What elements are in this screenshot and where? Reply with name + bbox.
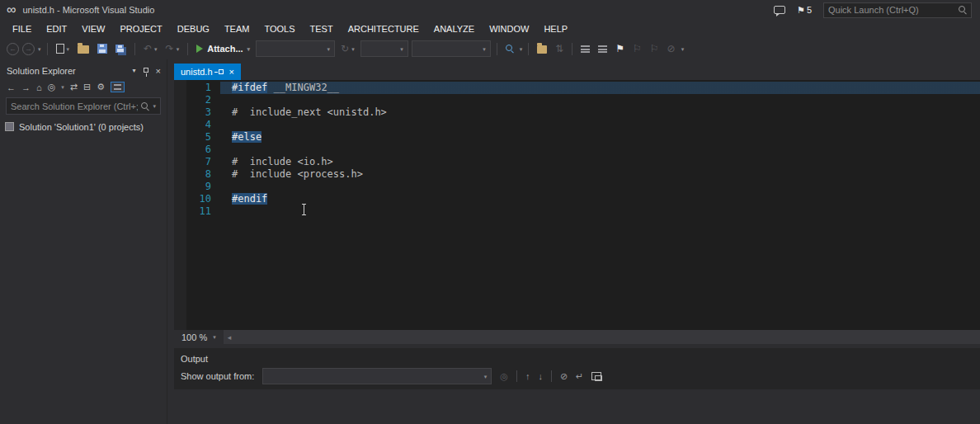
- zoom-control[interactable]: 100 % ▾: [174, 330, 224, 344]
- menu-test[interactable]: TEST: [303, 21, 341, 36]
- line-number: 4: [174, 119, 214, 131]
- collapse-all-icon[interactable]: ⊟: [83, 82, 91, 92]
- navigate-forward-button[interactable]: →: [22, 43, 35, 55]
- preview-selected-items-toggle[interactable]: [111, 82, 125, 92]
- properties-icon[interactable]: ⚙: [97, 82, 105, 92]
- toolbar-overflow-icon[interactable]: ▾: [681, 46, 685, 52]
- menu-file[interactable]: FILE: [5, 21, 39, 36]
- new-folder-button[interactable]: [535, 42, 549, 55]
- platform-combo[interactable]: ▾: [412, 40, 491, 57]
- menu-architecture[interactable]: ARCHITECTURE: [341, 21, 426, 36]
- search-icon: [141, 102, 149, 111]
- code-line-10[interactable]: 10#endif: [174, 193, 980, 205]
- new-file-button[interactable]: ▾: [54, 42, 73, 55]
- navigate-backward-button[interactable]: ←: [7, 43, 19, 55]
- panel-menu-icon[interactable]: ▾: [133, 68, 136, 74]
- quick-launch-box[interactable]: [823, 2, 972, 18]
- home-icon[interactable]: ⌂: [36, 82, 42, 92]
- find-message-button[interactable]: ◎: [500, 371, 508, 382]
- word-wrap-icon: ↵: [576, 371, 583, 382]
- menu-view[interactable]: VIEW: [74, 21, 112, 36]
- code-line-5[interactable]: 5#else: [174, 131, 980, 144]
- save-button[interactable]: [95, 42, 110, 55]
- pin-icon[interactable]: [144, 68, 148, 73]
- chevron-down-icon[interactable]: ▾: [153, 103, 156, 109]
- indent-increase-button[interactable]: [596, 44, 610, 54]
- save-all-button[interactable]: [113, 43, 129, 54]
- tab-unistd-h[interactable]: unistd.h ×: [174, 64, 241, 80]
- panel-splitter[interactable]: [167, 59, 174, 424]
- next-message-button[interactable]: ↓: [538, 371, 543, 381]
- toolbar-overflow-icon[interactable]: ▾: [520, 46, 523, 52]
- attach-button[interactable]: Attach... ▾: [194, 43, 252, 55]
- debug-target-combo[interactable]: ▾: [256, 40, 335, 57]
- explorer-back-icon[interactable]: ←: [7, 82, 16, 92]
- sync-with-active-document-icon[interactable]: ⇄: [70, 82, 78, 92]
- solution-explorer-toolbar: ← → ⌂ ◎ ▾ ⇄ ⊟ ⚙: [0, 76, 167, 96]
- code-line-2[interactable]: 2: [174, 94, 980, 106]
- clear-all-button[interactable]: ⊘: [560, 371, 568, 382]
- solution-node[interactable]: Solution 'Solution1' (0 projects): [0, 119, 167, 134]
- code-line-4[interactable]: 4: [174, 119, 980, 131]
- configuration-combo[interactable]: ▾: [360, 40, 408, 57]
- code-line-1[interactable]: 1#ifdef __MINGW32__: [174, 82, 980, 94]
- refresh-button[interactable]: ↻▾: [338, 42, 357, 55]
- close-icon[interactable]: ×: [156, 66, 161, 76]
- code-line-7[interactable]: 7# include <io.h>: [174, 156, 980, 168]
- previous-bookmark-button[interactable]: ⚐: [630, 42, 644, 55]
- find-in-files-button[interactable]: [503, 43, 516, 54]
- menu-tools[interactable]: TOOLS: [257, 21, 302, 36]
- code-editor[interactable]: 1#ifdef __MINGW32__23# include_next <uni…: [174, 80, 980, 330]
- sync-view-button[interactable]: ⇅: [553, 42, 566, 55]
- toolbar-separator: [516, 370, 517, 382]
- indent-decrease-icon: [581, 45, 590, 53]
- clear-bookmarks-button[interactable]: ⊘: [665, 42, 678, 55]
- find-in-files-icon: [506, 45, 514, 53]
- previous-message-button[interactable]: ↑: [525, 371, 530, 381]
- menu-edit[interactable]: EDIT: [39, 21, 74, 36]
- code-line-8[interactable]: 8# include <process.h>: [174, 168, 980, 181]
- selected-token: #else: [232, 131, 261, 143]
- open-file-button[interactable]: [75, 42, 92, 55]
- horizontal-scrollbar[interactable]: ◂: [224, 330, 980, 344]
- code-line-6[interactable]: 6: [174, 144, 980, 156]
- notifications-button[interactable]: ⚑ 5: [797, 5, 812, 16]
- redo-button[interactable]: ↷▾: [163, 42, 182, 55]
- code-line-11[interactable]: 11: [174, 205, 980, 218]
- output-source-combo[interactable]: ▾: [262, 368, 492, 384]
- menu-window[interactable]: WINDOW: [482, 21, 536, 36]
- menu-help[interactable]: HELP: [536, 21, 575, 36]
- close-tab-icon[interactable]: ×: [229, 68, 234, 77]
- scope-icon[interactable]: ◎: [48, 82, 56, 92]
- editor-column: unistd.h × 1#ifdef __MINGW32__23# includ…: [174, 59, 980, 424]
- next-bookmark-button[interactable]: ⚐: [648, 42, 662, 55]
- code-line-9[interactable]: 9: [174, 181, 980, 193]
- menu-team[interactable]: TEAM: [217, 21, 257, 36]
- solution-explorer-search-input[interactable]: [11, 101, 138, 111]
- bottom-empty-area: [174, 389, 980, 424]
- line-number: 7: [174, 156, 214, 168]
- chevron-down-icon[interactable]: ▾: [61, 84, 64, 90]
- code-line-3[interactable]: 3# include_next <unistd.h>: [174, 106, 980, 119]
- menu-project[interactable]: PROJECT: [112, 21, 169, 36]
- toggle-dock-icon[interactable]: [591, 372, 601, 380]
- toolbar-separator: [47, 43, 48, 55]
- solution-node-label: Solution 'Solution1' (0 projects): [19, 122, 144, 132]
- scroll-left-icon[interactable]: ◂: [228, 333, 232, 342]
- solution-explorer-search-box[interactable]: ▾: [6, 97, 161, 115]
- chevron-down-icon: ▾: [483, 46, 486, 52]
- indent-decrease-button[interactable]: [578, 44, 592, 54]
- line-number: 6: [174, 144, 214, 156]
- toggle-bookmark-button[interactable]: ⚑: [613, 42, 627, 55]
- word-wrap-button[interactable]: ↵: [576, 371, 583, 382]
- explorer-forward-icon[interactable]: →: [21, 82, 31, 92]
- find-message-icon: ◎: [500, 371, 508, 382]
- code-area: 1#ifdef __MINGW32__23# include_next <uni…: [174, 82, 980, 218]
- navigation-dropdown-icon[interactable]: ▾: [38, 46, 41, 52]
- undo-button[interactable]: ↶▾: [141, 42, 160, 55]
- menu-debug[interactable]: DEBUG: [170, 21, 217, 36]
- menu-analyze[interactable]: ANALYZE: [426, 21, 482, 36]
- pin-tab-icon[interactable]: [219, 69, 224, 74]
- feedback-icon[interactable]: [774, 6, 785, 14]
- quick-launch-input[interactable]: [828, 5, 955, 15]
